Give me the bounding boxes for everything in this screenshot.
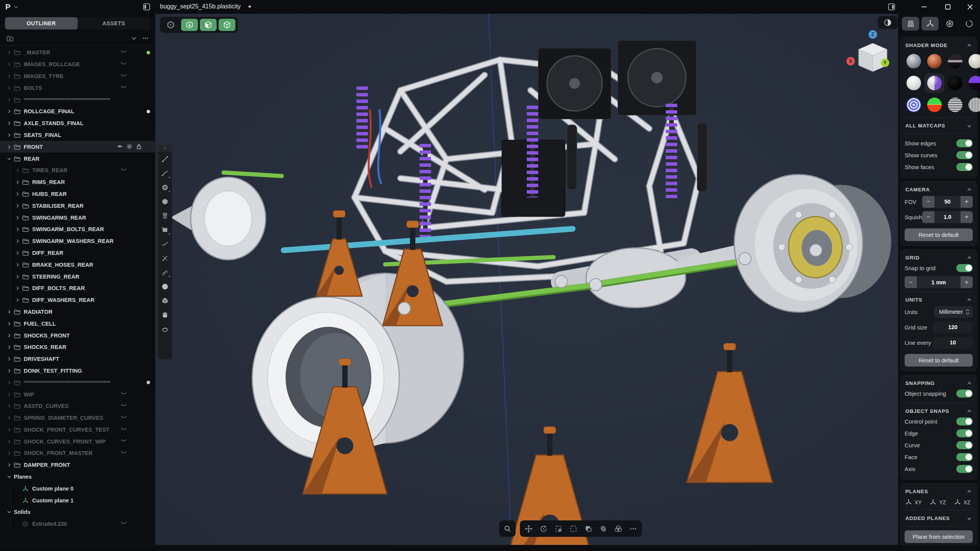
grid-spacing-value[interactable]: 1 mm bbox=[917, 276, 960, 288]
axis-z-badge[interactable]: Z bbox=[869, 30, 877, 39]
units-select[interactable]: Millimeter bbox=[934, 306, 973, 318]
tree-row-wip[interactable]: WIP bbox=[0, 388, 155, 400]
tree-row-front[interactable]: FRONT bbox=[0, 141, 155, 153]
chevron-right-icon[interactable] bbox=[7, 121, 11, 126]
more-options-icon[interactable] bbox=[142, 34, 149, 42]
matcap-black[interactable] bbox=[946, 74, 964, 92]
matcap-steel[interactable] bbox=[905, 52, 923, 70]
unloaded-arc-icon[interactable] bbox=[121, 427, 127, 431]
sphere-tool-button[interactable] bbox=[158, 279, 172, 293]
chevron-right-icon[interactable] bbox=[7, 357, 11, 361]
tree-row-shock-front-master[interactable]: SHOCK_FRONT_MASTER bbox=[0, 447, 155, 459]
app-menu-chevron-icon[interactable] bbox=[14, 5, 18, 9]
view-cube[interactable]: Z X Y bbox=[852, 35, 894, 77]
toolstrip-drag-handle[interactable]: ⠿ bbox=[158, 145, 172, 152]
rotate-button[interactable] bbox=[539, 525, 548, 533]
chevron-right-icon[interactable] bbox=[15, 168, 20, 173]
unloaded-arc-icon[interactable] bbox=[121, 168, 127, 172]
unloaded-arc-icon[interactable] bbox=[121, 62, 127, 66]
unloaded-arc-icon[interactable] bbox=[121, 451, 127, 455]
tree-row-stabiliser-rear[interactable]: STABILISER_REAR bbox=[0, 200, 155, 212]
show-faces-toggle[interactable] bbox=[956, 163, 973, 171]
chevron-right-icon[interactable] bbox=[15, 180, 20, 184]
plane-yz-button[interactable]: YZ bbox=[930, 499, 946, 506]
matcap-purple-black[interactable] bbox=[967, 74, 980, 92]
chevron-down-icon[interactable] bbox=[7, 510, 11, 514]
all-matcaps-header[interactable]: ALL MATCAPS bbox=[905, 121, 973, 130]
move-button[interactable] bbox=[524, 525, 533, 533]
extrude-tool-button[interactable] bbox=[158, 322, 172, 336]
tree-row-swingarm-washers-rear[interactable]: SWINGARM_WASHERS_REAR bbox=[0, 235, 155, 247]
tree-row-custom-plane-0[interactable]: Custom plane 0 bbox=[0, 483, 155, 494]
tree-row--[interactable]: **************************************** bbox=[0, 94, 155, 106]
line-tool-button[interactable] bbox=[158, 152, 172, 166]
tree-row-swingarm-bolts-rear[interactable]: SWINGARM_BOLTS_REAR bbox=[0, 223, 155, 235]
lock-icon[interactable] bbox=[136, 143, 142, 150]
unloaded-arc-icon[interactable] bbox=[121, 404, 127, 408]
tree-row-seats-final[interactable]: SEATS_FINAL bbox=[0, 129, 155, 141]
tree-row-rims-rear[interactable]: RIMS_REAR bbox=[0, 176, 155, 188]
shader-mode-header[interactable]: SHADER MODE bbox=[905, 41, 973, 50]
tree-row-solids[interactable]: Solids bbox=[0, 506, 155, 518]
panel-tab-scene-settings[interactable] bbox=[941, 17, 958, 31]
plane-xy-button[interactable]: XY bbox=[905, 499, 922, 506]
units-reset-button[interactable]: Reset to default bbox=[905, 354, 973, 367]
plane-xz-button[interactable]: XZ bbox=[954, 499, 970, 506]
chevron-right-icon[interactable] bbox=[7, 333, 11, 338]
tree-row-driveshaft[interactable]: DRIVESHAFT bbox=[0, 353, 155, 365]
panel-tab-construction-planes[interactable] bbox=[921, 17, 939, 31]
decrease-button[interactable]: − bbox=[922, 196, 934, 208]
maximize-button[interactable] bbox=[943, 2, 952, 11]
axis-x-badge[interactable]: X bbox=[846, 57, 855, 65]
collapse-all-icon[interactable] bbox=[130, 34, 138, 42]
tree-row-radiator[interactable]: RADIATOR bbox=[0, 306, 155, 318]
chevron-right-icon[interactable] bbox=[7, 368, 11, 373]
field-value[interactable]: 10 bbox=[933, 337, 973, 349]
tree-row-shocks-rear[interactable]: SHOCKS_REAR bbox=[0, 341, 155, 353]
grid-spacing-increase[interactable]: + bbox=[960, 276, 973, 288]
tree-row-fuel-cell[interactable]: FUEL_CELL bbox=[0, 318, 155, 329]
chevron-right-icon[interactable] bbox=[7, 416, 11, 420]
tree-row-shock-front-curves-test[interactable]: SHOCK_FRONT_CURVES_TEST bbox=[0, 424, 155, 436]
show-curves-toggle[interactable] bbox=[956, 151, 973, 159]
edge-toggle[interactable] bbox=[956, 429, 973, 437]
face-mode-button[interactable] bbox=[200, 19, 217, 31]
chevron-right-icon[interactable] bbox=[7, 439, 11, 444]
duplicate-button[interactable] bbox=[584, 525, 593, 533]
tree-row-donk-test-fitting[interactable]: DONK_TEST_FITTING bbox=[0, 365, 155, 377]
unloaded-arc-icon[interactable] bbox=[121, 392, 127, 396]
tree-row-planes[interactable]: Planes bbox=[0, 471, 155, 483]
decrease-button[interactable]: − bbox=[922, 211, 934, 223]
camera-reset-button[interactable]: Reset to default bbox=[905, 228, 973, 241]
chevron-right-icon[interactable] bbox=[15, 215, 20, 220]
scale-button[interactable] bbox=[554, 525, 563, 533]
increase-button[interactable]: + bbox=[960, 211, 973, 223]
box-select-button[interactable] bbox=[569, 525, 578, 533]
chevron-right-icon[interactable] bbox=[15, 298, 20, 302]
chevron-down-icon[interactable] bbox=[7, 474, 11, 479]
tree-row-extruded-226[interactable]: Extruded.226 bbox=[0, 518, 155, 530]
added-plane-button-0[interactable]: Plane from selection bbox=[905, 530, 973, 543]
camera-squish-value[interactable]: 1.0 bbox=[934, 211, 960, 223]
show-edges-toggle[interactable] bbox=[956, 139, 973, 147]
grid-spacing-decrease[interactable]: − bbox=[905, 276, 917, 288]
chevron-right-icon[interactable] bbox=[7, 310, 11, 314]
chevron-down-icon[interactable] bbox=[7, 156, 11, 161]
matcap-copper[interactable] bbox=[925, 52, 944, 70]
chevron-right-icon[interactable] bbox=[7, 145, 11, 149]
boolean-button[interactable] bbox=[614, 525, 622, 533]
chevron-right-icon[interactable] bbox=[7, 321, 11, 326]
new-folder-icon[interactable] bbox=[6, 34, 14, 42]
axis-toggle[interactable] bbox=[956, 465, 973, 473]
right-sidebar-toggle-icon[interactable] bbox=[887, 3, 896, 11]
left-sidebar-toggle-icon[interactable] bbox=[142, 3, 151, 11]
matcap-v-stripes[interactable] bbox=[967, 96, 980, 114]
control-point-mode-button[interactable] bbox=[162, 19, 179, 31]
increase-button[interactable]: + bbox=[960, 196, 973, 208]
added-planes-header[interactable]: ADDED PLANES bbox=[905, 514, 973, 523]
chevron-right-icon[interactable] bbox=[15, 286, 20, 290]
tree-row-steering-rear[interactable]: STEERING_REAR bbox=[0, 271, 155, 282]
tree-row-images-tyre[interactable]: IMAGES_TYRE bbox=[0, 70, 155, 82]
panel-tab-render-settings[interactable] bbox=[902, 17, 919, 31]
matcap-h-stripes[interactable] bbox=[946, 96, 964, 114]
